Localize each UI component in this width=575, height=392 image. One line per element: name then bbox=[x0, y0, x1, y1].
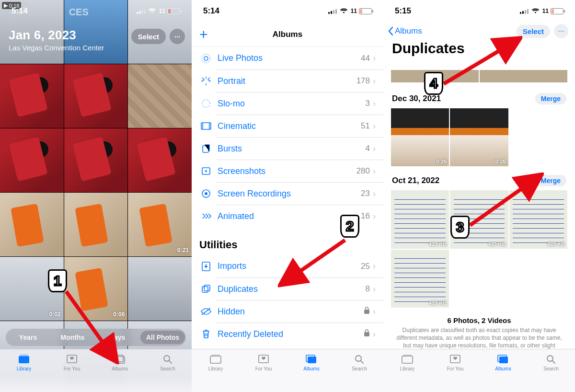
row-hidden[interactable]: Hidden› bbox=[217, 300, 383, 323]
photo-thumbnail[interactable] bbox=[0, 128, 64, 192]
tab-search[interactable]: Search bbox=[335, 353, 383, 392]
screenshot-duplicates: 5:15 11 Albums Select ··· Duplicates Dec… bbox=[383, 0, 575, 392]
svg-line-20 bbox=[202, 308, 210, 315]
photo-thumbnail[interactable] bbox=[128, 257, 192, 321]
cellular-icon bbox=[520, 8, 529, 14]
svg-point-36 bbox=[547, 356, 553, 361]
albums-list[interactable]: Live Photos44› Portrait178› Slo-mo3› Cin… bbox=[192, 47, 383, 349]
segment-years[interactable]: Years bbox=[6, 331, 50, 344]
svg-point-8 bbox=[204, 57, 208, 60]
duplicate-thumbnail[interactable]: 423 KB bbox=[450, 190, 508, 248]
wifi-icon bbox=[531, 8, 540, 14]
svg-point-9 bbox=[202, 54, 210, 63]
row-portrait[interactable]: Portrait178› bbox=[217, 69, 383, 92]
row-animated[interactable]: Animated16› bbox=[217, 205, 383, 227]
row-screenshots[interactable]: Screenshots280› bbox=[217, 160, 383, 182]
battery-icon bbox=[551, 8, 564, 14]
portrait-icon bbox=[199, 76, 213, 86]
photo-thumbnail[interactable]: 0:06 bbox=[64, 257, 128, 321]
row-slomo[interactable]: Slo-mo3› bbox=[217, 92, 383, 115]
duplicate-thumbnail[interactable]: 🎵 TikTok0:26 bbox=[450, 108, 508, 166]
svg-rect-0 bbox=[19, 356, 29, 363]
chevron-right-icon: › bbox=[373, 53, 376, 63]
svg-point-16 bbox=[205, 192, 207, 195]
merge-button[interactable]: Merge bbox=[535, 93, 566, 104]
photo-thumbnail[interactable] bbox=[64, 64, 128, 128]
row-screen-recordings[interactable]: Screen Recordings23› bbox=[217, 182, 383, 205]
tab-bar: Library For You Albums Search bbox=[0, 349, 192, 392]
merge-button[interactable]: Merge bbox=[535, 175, 566, 186]
battery-icon bbox=[167, 8, 180, 14]
screen-recordings-icon bbox=[199, 188, 213, 199]
group-header: Oct 21, 2022 Merge bbox=[383, 166, 575, 190]
photo-thumbnail[interactable]: 0:02 bbox=[0, 257, 64, 321]
screenshot-albums: 5:14 11 + Albums Live Photos44› Portrait… bbox=[192, 0, 383, 392]
row-recently-deleted[interactable]: Recently Deleted› bbox=[217, 323, 383, 345]
utilities-header: Utilities bbox=[192, 227, 383, 255]
svg-rect-24 bbox=[211, 355, 220, 356]
imports-icon bbox=[199, 261, 213, 272]
segment-days[interactable]: Days bbox=[95, 331, 139, 344]
svg-point-5 bbox=[164, 356, 170, 361]
duplicate-thumbnail[interactable]: 🎵 TikTok0:26 bbox=[391, 108, 449, 166]
battery-percent: 11 bbox=[351, 8, 357, 14]
slomo-icon bbox=[199, 98, 213, 109]
screenshots-icon bbox=[199, 166, 213, 176]
tab-bar: Library For You Albums Search bbox=[383, 349, 575, 392]
tab-albums[interactable]: Albums bbox=[479, 353, 527, 392]
svg-line-37 bbox=[552, 361, 555, 363]
photo-thumbnail[interactable] bbox=[64, 193, 128, 256]
duplicate-thumbnail[interactable]: 423 KB bbox=[509, 190, 567, 248]
duplicates-body[interactable]: Dec 30, 2021 Merge 🎵 TikTok0:26 🎵 TikTok… bbox=[383, 70, 575, 349]
tab-search[interactable]: Search bbox=[527, 353, 575, 392]
select-button[interactable]: Select bbox=[131, 29, 166, 44]
photo-thumbnail[interactable] bbox=[128, 64, 192, 128]
select-button[interactable]: Select bbox=[517, 25, 550, 38]
row-cinematic[interactable]: Cinematic51› bbox=[217, 115, 383, 137]
tab-albums[interactable]: Albums bbox=[288, 353, 335, 392]
tab-search[interactable]: Search bbox=[144, 353, 192, 392]
duplicates-icon bbox=[199, 284, 213, 294]
svg-rect-19 bbox=[204, 285, 210, 291]
photo-thumbnail[interactable] bbox=[0, 193, 64, 256]
photo-thumbnail[interactable] bbox=[128, 128, 192, 192]
tab-library[interactable]: Library bbox=[383, 353, 431, 392]
status-time: 5:14 bbox=[203, 6, 219, 16]
view-segmented-control[interactable]: Years Months Days All Photos bbox=[6, 329, 186, 346]
more-button[interactable]: ··· bbox=[170, 29, 185, 44]
tab-for-you[interactable]: For You bbox=[240, 353, 288, 392]
lock-icon bbox=[364, 307, 370, 316]
photo-thumbnail[interactable] bbox=[64, 128, 128, 192]
photo-thumbnail[interactable] bbox=[0, 64, 64, 128]
trash-icon bbox=[199, 329, 213, 339]
row-duplicates[interactable]: Duplicates8› bbox=[217, 277, 383, 300]
back-button[interactable]: Albums bbox=[387, 26, 422, 36]
duplicate-thumbnail[interactable]: 423 KB bbox=[391, 190, 449, 248]
svg-point-14 bbox=[205, 170, 207, 172]
cellular-icon bbox=[137, 8, 145, 14]
tab-bar: Library For You Albums Search bbox=[192, 349, 383, 392]
duplicate-thumbnail[interactable]: 423 KB bbox=[391, 250, 449, 308]
battery-percent: 11 bbox=[159, 8, 165, 14]
photo-thumbnail[interactable]: 0:21 bbox=[128, 193, 192, 256]
tab-for-you[interactable]: For You bbox=[431, 353, 479, 392]
status-bar: 5:14 11 bbox=[192, 0, 383, 22]
row-bursts[interactable]: Bursts4› bbox=[217, 137, 383, 160]
segment-months[interactable]: Months bbox=[50, 331, 95, 344]
tab-for-you[interactable]: For You bbox=[48, 353, 96, 392]
tab-library[interactable]: Library bbox=[0, 353, 48, 392]
svg-rect-31 bbox=[402, 356, 413, 363]
svg-point-28 bbox=[356, 356, 361, 361]
row-imports[interactable]: Imports25› bbox=[192, 255, 383, 277]
add-album-button[interactable]: + bbox=[199, 27, 208, 42]
svg-rect-32 bbox=[403, 355, 412, 356]
segment-all-photos[interactable]: All Photos bbox=[140, 331, 185, 344]
tab-albums[interactable]: Albums bbox=[96, 353, 144, 392]
lock-icon bbox=[364, 329, 370, 339]
more-button[interactable]: ··· bbox=[554, 24, 568, 38]
footer-info: 6 Photos, 2 Videos Duplicates are classi… bbox=[383, 308, 575, 349]
row-live-photos[interactable]: Live Photos44› bbox=[192, 47, 383, 69]
svg-line-6 bbox=[169, 361, 172, 363]
tab-library[interactable]: Library bbox=[192, 353, 240, 392]
group-header: Dec 30, 2021 Merge bbox=[383, 84, 575, 108]
